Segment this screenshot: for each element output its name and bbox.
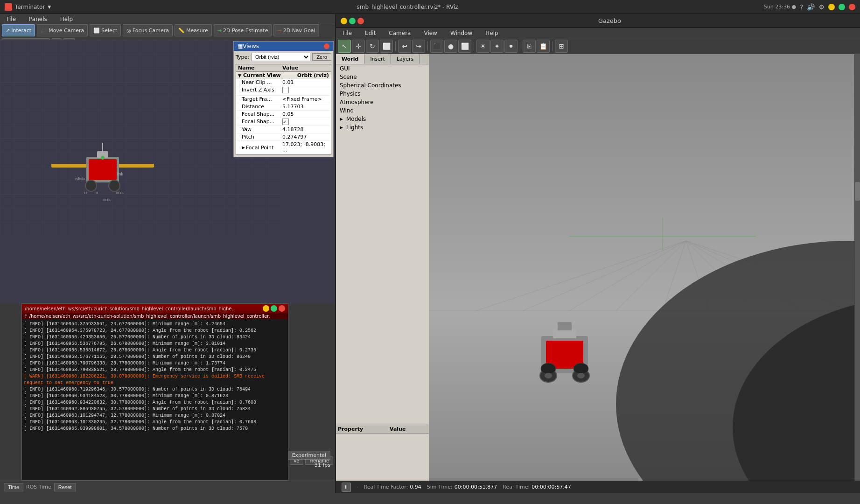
near-clip-value: 0.01 [282,79,329,85]
gazebo-main: World Insert Layers GUI Scene Spherical … [336,54,860,481]
world-item-gui[interactable]: GUI [336,64,429,73]
real-time-factor-item: Real Time Factor: 0.94 [364,484,421,490]
real-time-item: Real Time: 00:00:00:57.47 [503,484,571,490]
svg-point-38 [545,373,552,378]
gz-paste-tool[interactable]: 📋 [537,40,550,53]
rviz-menu-help[interactable]: Help [57,15,76,23]
gz-menu-help[interactable]: Help [482,29,501,37]
terminal-line-13: [ INFO] [1631460963.101294747, 32.778000… [24,413,286,419]
rviz-menu-file[interactable]: File [4,15,19,23]
gz-redo-tool[interactable]: ↪ [412,40,425,53]
gz-maximize[interactable] [349,18,356,24]
focal-shape1-label: Focal Shap... [238,111,282,117]
select-button[interactable]: ⬜ Select [90,24,121,36]
gz-menu-edit[interactable]: Edit [362,29,378,37]
gz-box-tool[interactable]: ⬛ [430,40,443,53]
near-clip-row: Near Clip ... 0.01 [236,79,331,86]
lights-expand-icon: ▶ [340,125,344,130]
world-item-models[interactable]: ▶ Models [336,115,429,123]
help-icon[interactable]: ? [800,3,803,11]
spherical-label: Spherical Coordinates [340,82,401,89]
world-item-wind[interactable]: Wind [336,106,429,115]
gz-cylinder-tool[interactable]: ⬜ [458,40,471,53]
target-frame-row: Target Fra... <Fixed Frame> [236,96,331,103]
terminal-line-7: [ INFO] [1631460958.790838521, 28.778000… [24,367,286,373]
gz-point-light-tool[interactable]: ✦ [490,40,503,53]
select-label: Select [101,28,117,34]
current-view-section[interactable]: ▼ Current View Orbit (rviz) [236,72,331,79]
gz-minimize[interactable] [341,18,347,24]
time-bar: Time ROS Time Reset [0,481,335,493]
maximize-button[interactable] [839,4,845,10]
world-item-physics[interactable]: Physics [336,90,429,98]
world-item-atmosphere[interactable]: Atmosphere [336,98,429,106]
reset-button[interactable]: Reset [54,483,76,491]
gz-select-tool[interactable]: ↖ [338,40,351,53]
world-tabs: World Insert Layers [336,54,429,64]
gz-align-tool[interactable]: ⊞ [555,40,568,53]
views-close-btn[interactable] [324,43,329,49]
measure-button[interactable]: 📏 Measure [175,24,212,36]
move-camera-icon: 🎥 [41,28,47,34]
gz-light-tool[interactable]: ☀ [476,40,489,53]
terminal-line-15: [ INFO] [1631460965.039998601, 34.578000… [24,426,286,432]
network-icon[interactable]: ⚙ [818,3,825,11]
title-bar-dropdown-icon[interactable]: ▼ [48,5,51,9]
physics-label: Physics [340,91,360,97]
gz-sphere-tool[interactable]: ● [444,40,457,53]
minimize-button[interactable] [828,4,835,10]
term-maximize[interactable] [271,305,277,312]
focal-shape2-row: Focal Shap... [236,118,331,126]
terminal-tab[interactable]: ↑ /home/nelsen/eth_ws/src/eth-zurich-sol… [22,313,288,319]
gui-label: GUI [340,65,350,72]
pause-button[interactable]: ⏸ [342,483,351,492]
pose-estimate-button[interactable]: → 2D Pose Estimate [214,24,272,36]
real-time-label: Real Time: [503,484,530,490]
type-select[interactable]: Orbit (rviz) [251,53,310,61]
gazebo-toolbar: ↖ ✛ ↻ ⬜ ↩ ↪ ⬛ ● ⬜ ☀ ✦ ⚫ ⎘ 📋 ⊞ [336,38,860,54]
gz-menu-view[interactable]: View [421,29,440,37]
gz-menu-camera[interactable]: Camera [386,29,413,37]
title-bar-left: Terminator ▼ [5,3,51,11]
gazebo-3d-viewport[interactable] [429,54,860,481]
gz-scale-tool[interactable]: ⬜ [380,40,393,53]
tab-world[interactable]: World [336,54,364,64]
terrain-svg [429,54,860,481]
nav-goal-button[interactable]: → 2D Nav Goal [273,24,319,36]
terminal-line-12: [ INFO] [1631460962.886930755, 32.578000… [24,406,286,413]
views-content: Type: Orbit (rviz) Zero Name Value ▼ Cur… [234,51,333,157]
sound-icon[interactable]: 🔊 [807,3,815,11]
move-camera-button[interactable]: 🎥 Move Camera [37,24,88,36]
interact-button[interactable]: ↗ Interact [2,24,35,36]
zero-button[interactable]: Zero [312,53,331,61]
focal-point-row[interactable]: ▶ Focal Point 17.023; -8.9083; ... [236,141,331,154]
world-item-scene[interactable]: Scene [336,73,429,81]
rviz-menu-panels[interactable]: Panels [26,15,50,23]
svg-text:rslida: rslida [75,177,85,181]
focus-camera-button[interactable]: ◎ Focus Camera [123,24,173,36]
viewport-scrollbar[interactable] [854,54,860,481]
gz-menu-file[interactable]: File [340,29,355,37]
gz-translate-tool[interactable]: ✛ [352,40,365,53]
gz-copy-tool[interactable]: ⎘ [523,40,536,53]
tab-insert[interactable]: Insert [364,54,391,64]
interact-label: Interact [11,28,31,34]
checkbox-icon [282,87,289,93]
close-button[interactable] [849,4,855,10]
invert-z-checkbox[interactable] [282,87,329,95]
term-minimize[interactable] [263,305,269,312]
gz-undo-tool[interactable]: ↩ [398,40,411,53]
gz-rotate-tool[interactable]: ↻ [366,40,379,53]
world-item-spherical[interactable]: Spherical Coordinates [336,81,429,90]
target-frame-label: Target Fra... [238,96,282,102]
gz-close[interactable] [357,18,364,24]
term-close[interactable] [279,305,285,312]
world-item-lights[interactable]: ▶ Lights [336,123,429,132]
tab-layers[interactable]: Layers [391,54,420,64]
gz-menu-window[interactable]: Window [447,29,475,37]
svg-point-36 [541,363,556,374]
time-button[interactable]: Time [4,483,23,491]
atmosphere-label: Atmosphere [340,99,374,105]
scrollbar-thumb[interactable] [855,182,860,201]
gz-spot-light-tool[interactable]: ⚫ [504,40,517,53]
